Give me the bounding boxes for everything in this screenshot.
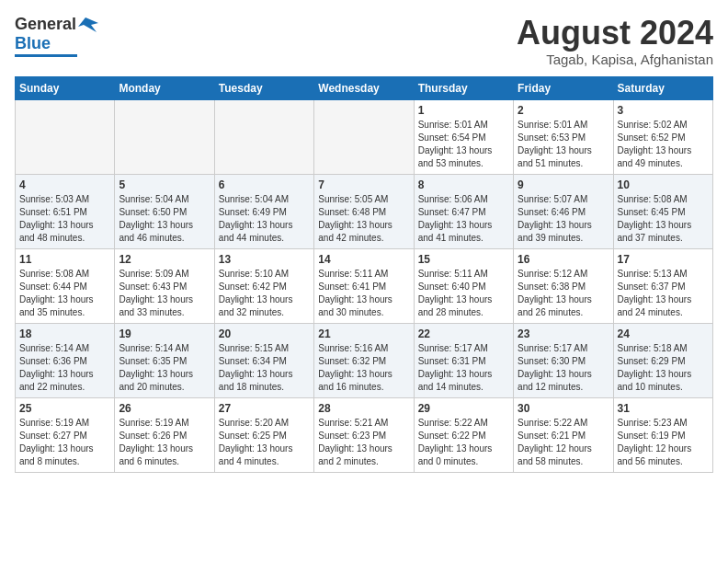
day-number: 17	[618, 253, 709, 266]
day-number: 27	[219, 402, 310, 415]
calendar-cell	[16, 99, 115, 174]
day-number: 25	[19, 402, 110, 415]
weekday-header-tuesday: Tuesday	[214, 76, 313, 99]
calendar-row-2: 4Sunrise: 5:03 AM Sunset: 6:51 PM Daylig…	[16, 174, 713, 248]
location-text: Tagab, Kapisa, Afghanistan	[517, 52, 713, 67]
day-number: 9	[518, 178, 609, 191]
calendar-cell: 22Sunrise: 5:17 AM Sunset: 6:31 PM Dayli…	[414, 323, 513, 397]
calendar-cell: 16Sunrise: 5:12 AM Sunset: 6:38 PM Dayli…	[514, 248, 613, 323]
day-detail: Sunrise: 5:13 AM Sunset: 6:37 PM Dayligh…	[618, 268, 709, 319]
day-detail: Sunrise: 5:08 AM Sunset: 6:45 PM Dayligh…	[618, 193, 709, 245]
day-detail: Sunrise: 5:12 AM Sunset: 6:38 PM Dayligh…	[518, 268, 609, 319]
day-detail: Sunrise: 5:06 AM Sunset: 6:47 PM Dayligh…	[418, 193, 509, 245]
day-number: 28	[318, 402, 409, 415]
title-area: August 2024 Tagab, Kapisa, Afghanistan	[517, 15, 713, 67]
calendar-table: SundayMondayTuesdayWednesdayThursdayFrid…	[15, 76, 713, 473]
day-detail: Sunrise: 5:20 AM Sunset: 6:25 PM Dayligh…	[219, 417, 310, 468]
day-detail: Sunrise: 5:17 AM Sunset: 6:30 PM Dayligh…	[518, 342, 609, 394]
day-detail: Sunrise: 5:11 AM Sunset: 6:40 PM Dayligh…	[418, 268, 509, 319]
day-detail: Sunrise: 5:11 AM Sunset: 6:41 PM Dayligh…	[318, 268, 409, 319]
day-number: 4	[19, 178, 110, 191]
calendar-cell: 20Sunrise: 5:15 AM Sunset: 6:34 PM Dayli…	[214, 323, 313, 397]
day-number: 18	[19, 327, 110, 340]
calendar-cell: 6Sunrise: 5:04 AM Sunset: 6:49 PM Daylig…	[214, 174, 313, 248]
calendar-row-4: 18Sunrise: 5:14 AM Sunset: 6:36 PM Dayli…	[16, 323, 713, 397]
weekday-header-monday: Monday	[115, 76, 214, 99]
day-detail: Sunrise: 5:22 AM Sunset: 6:21 PM Dayligh…	[518, 417, 609, 468]
day-number: 7	[318, 178, 409, 191]
day-number: 23	[518, 327, 609, 340]
day-detail: Sunrise: 5:15 AM Sunset: 6:34 PM Dayligh…	[219, 342, 310, 394]
day-detail: Sunrise: 5:04 AM Sunset: 6:49 PM Dayligh…	[219, 193, 310, 245]
calendar-cell: 25Sunrise: 5:19 AM Sunset: 6:27 PM Dayli…	[16, 397, 115, 472]
calendar-row-3: 11Sunrise: 5:08 AM Sunset: 6:44 PM Dayli…	[16, 248, 713, 323]
calendar-row-5: 25Sunrise: 5:19 AM Sunset: 6:27 PM Dayli…	[16, 397, 713, 472]
calendar-cell: 13Sunrise: 5:10 AM Sunset: 6:42 PM Dayli…	[214, 248, 313, 323]
svg-marker-0	[78, 17, 98, 32]
day-number: 11	[19, 253, 110, 266]
calendar-cell: 18Sunrise: 5:14 AM Sunset: 6:36 PM Dayli…	[16, 323, 115, 397]
day-detail: Sunrise: 5:17 AM Sunset: 6:31 PM Dayligh…	[418, 342, 509, 394]
calendar-cell	[115, 99, 214, 174]
logo-bird-icon	[78, 16, 98, 34]
day-detail: Sunrise: 5:07 AM Sunset: 6:46 PM Dayligh…	[518, 193, 609, 245]
calendar-cell: 3Sunrise: 5:02 AM Sunset: 6:52 PM Daylig…	[613, 99, 712, 174]
weekday-header-sunday: Sunday	[16, 76, 115, 99]
calendar-cell: 5Sunrise: 5:04 AM Sunset: 6:50 PM Daylig…	[115, 174, 214, 248]
day-detail: Sunrise: 5:23 AM Sunset: 6:19 PM Dayligh…	[618, 417, 709, 468]
day-detail: Sunrise: 5:08 AM Sunset: 6:44 PM Dayligh…	[19, 268, 110, 319]
day-detail: Sunrise: 5:04 AM Sunset: 6:50 PM Dayligh…	[119, 193, 210, 245]
weekday-header-thursday: Thursday	[414, 76, 513, 99]
calendar-cell: 7Sunrise: 5:05 AM Sunset: 6:48 PM Daylig…	[314, 174, 414, 248]
calendar-cell: 26Sunrise: 5:19 AM Sunset: 6:26 PM Dayli…	[115, 397, 214, 472]
calendar-cell: 21Sunrise: 5:16 AM Sunset: 6:32 PM Dayli…	[314, 323, 414, 397]
day-number: 13	[219, 253, 310, 266]
day-number: 2	[518, 104, 609, 117]
calendar-cell: 29Sunrise: 5:22 AM Sunset: 6:22 PM Dayli…	[414, 397, 513, 472]
weekday-header-row: SundayMondayTuesdayWednesdayThursdayFrid…	[16, 76, 713, 99]
day-detail: Sunrise: 5:21 AM Sunset: 6:23 PM Dayligh…	[318, 417, 409, 468]
calendar-row-1: 1Sunrise: 5:01 AM Sunset: 6:54 PM Daylig…	[16, 99, 713, 174]
day-number: 31	[618, 402, 709, 415]
day-detail: Sunrise: 5:19 AM Sunset: 6:26 PM Dayligh…	[119, 417, 210, 468]
page-header: General Blue August 2024 Tagab, Kapisa, …	[15, 15, 713, 67]
day-number: 6	[219, 178, 310, 191]
calendar-cell: 14Sunrise: 5:11 AM Sunset: 6:41 PM Dayli…	[314, 248, 414, 323]
day-detail: Sunrise: 5:14 AM Sunset: 6:36 PM Dayligh…	[19, 342, 110, 394]
weekday-header-saturday: Saturday	[613, 76, 712, 99]
day-number: 10	[618, 178, 709, 191]
day-number: 30	[518, 402, 609, 415]
calendar-cell: 19Sunrise: 5:14 AM Sunset: 6:35 PM Dayli…	[115, 323, 214, 397]
day-number: 16	[518, 253, 609, 266]
day-number: 21	[318, 327, 409, 340]
calendar-cell: 8Sunrise: 5:06 AM Sunset: 6:47 PM Daylig…	[414, 174, 513, 248]
day-number: 8	[418, 178, 509, 191]
day-number: 20	[219, 327, 310, 340]
day-detail: Sunrise: 5:10 AM Sunset: 6:42 PM Dayligh…	[219, 268, 310, 319]
day-detail: Sunrise: 5:14 AM Sunset: 6:35 PM Dayligh…	[119, 342, 210, 394]
day-detail: Sunrise: 5:03 AM Sunset: 6:51 PM Dayligh…	[19, 193, 110, 245]
calendar-cell: 30Sunrise: 5:22 AM Sunset: 6:21 PM Dayli…	[514, 397, 613, 472]
day-number: 15	[418, 253, 509, 266]
calendar-cell: 31Sunrise: 5:23 AM Sunset: 6:19 PM Dayli…	[613, 397, 712, 472]
day-detail: Sunrise: 5:09 AM Sunset: 6:43 PM Dayligh…	[119, 268, 210, 319]
day-detail: Sunrise: 5:05 AM Sunset: 6:48 PM Dayligh…	[318, 193, 409, 245]
logo-general-text: General	[15, 15, 76, 34]
calendar-cell: 24Sunrise: 5:18 AM Sunset: 6:29 PM Dayli…	[613, 323, 712, 397]
calendar-cell: 9Sunrise: 5:07 AM Sunset: 6:46 PM Daylig…	[514, 174, 613, 248]
day-number: 14	[318, 253, 409, 266]
day-detail: Sunrise: 5:02 AM Sunset: 6:52 PM Dayligh…	[618, 119, 709, 170]
day-number: 3	[618, 104, 709, 117]
calendar-cell: 23Sunrise: 5:17 AM Sunset: 6:30 PM Dayli…	[514, 323, 613, 397]
day-detail: Sunrise: 5:18 AM Sunset: 6:29 PM Dayligh…	[618, 342, 709, 394]
logo-blue-text: Blue	[15, 34, 51, 53]
logo-divider	[15, 54, 77, 57]
calendar-cell: 27Sunrise: 5:20 AM Sunset: 6:25 PM Dayli…	[214, 397, 313, 472]
calendar-cell: 10Sunrise: 5:08 AM Sunset: 6:45 PM Dayli…	[613, 174, 712, 248]
day-number: 22	[418, 327, 509, 340]
day-number: 12	[119, 253, 210, 266]
day-detail: Sunrise: 5:01 AM Sunset: 6:54 PM Dayligh…	[418, 119, 509, 170]
calendar-cell	[214, 99, 313, 174]
weekday-header-wednesday: Wednesday	[314, 76, 414, 99]
calendar-cell: 2Sunrise: 5:01 AM Sunset: 6:53 PM Daylig…	[514, 99, 613, 174]
